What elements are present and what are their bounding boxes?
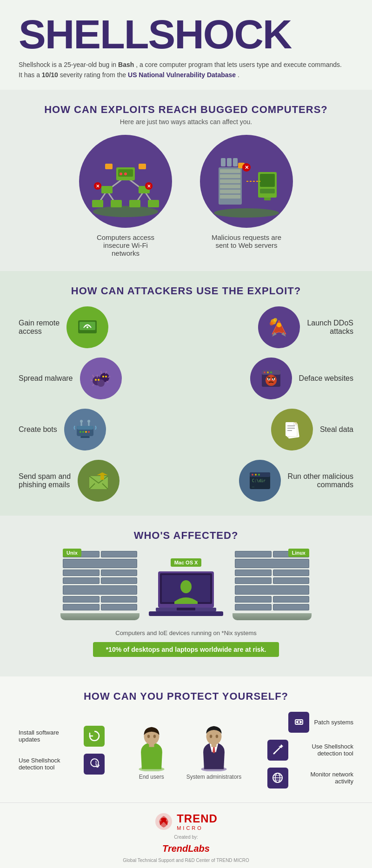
person-sysadmin: System administrators bbox=[186, 720, 242, 780]
exploit-circle-wifi: ✕ ✕ bbox=[79, 135, 172, 228]
attack-item-commands: Run other maliciouscommands C:\dir _ bbox=[193, 460, 353, 502]
protect-label-updates: Install software updates bbox=[19, 729, 79, 743]
svg-point-59 bbox=[105, 376, 107, 378]
exploit-circle-server: ✕ bbox=[200, 135, 293, 228]
svg-point-1 bbox=[93, 206, 158, 217]
svg-point-106 bbox=[153, 735, 156, 738]
spam-icon bbox=[85, 467, 113, 495]
protect-title: HOW CAN YOU PROTECT YOURSELF? bbox=[19, 690, 353, 702]
brand-name: TREND bbox=[177, 812, 218, 825]
attack-label-steal: Steal data bbox=[320, 425, 353, 434]
svg-rect-41 bbox=[260, 189, 275, 193]
end-user-items: Install software updates Use Shellshock … bbox=[19, 726, 105, 775]
svg-point-110 bbox=[210, 735, 213, 738]
svg-point-49 bbox=[277, 323, 281, 327]
sysadmin-figure bbox=[193, 720, 235, 771]
desc-final: . bbox=[238, 71, 239, 79]
svg-point-78 bbox=[85, 431, 87, 433]
svg-rect-22 bbox=[105, 164, 113, 169]
svg-point-93 bbox=[258, 474, 260, 476]
svg-rect-33 bbox=[221, 158, 226, 166]
svg-text:✕: ✕ bbox=[96, 184, 100, 189]
attack-label-remote: Gain remoteaccess bbox=[19, 319, 60, 336]
svg-rect-112 bbox=[211, 743, 216, 747]
attackers-title: HOW CAN ATTACKERS USE THE EXPLOIT? bbox=[19, 285, 353, 297]
created-by-text: Created by: bbox=[174, 835, 198, 840]
svg-rect-40 bbox=[260, 174, 275, 187]
desc-severity: 10/10 bbox=[42, 71, 58, 79]
malware-icon bbox=[87, 364, 115, 392]
ddos-icon bbox=[265, 313, 293, 341]
linux-label: Linux bbox=[288, 549, 309, 557]
attack-item-spam: Send spam andphishing emails bbox=[19, 460, 179, 502]
tool-icon-left bbox=[88, 757, 101, 770]
svg-rect-30 bbox=[220, 185, 240, 188]
svg-rect-28 bbox=[220, 174, 240, 178]
svg-point-57 bbox=[98, 379, 100, 381]
exploits-row: ✕ ✕ Computers access insecure Wi-Fi netw… bbox=[19, 135, 353, 257]
attack-item-malware: Spread malware bbox=[19, 358, 179, 399]
svg-point-68 bbox=[268, 378, 269, 379]
header-description: Shellshock is a 25-year-old bug in Bash … bbox=[19, 60, 344, 80]
exploit-label-wifi: Computers access insecure Wi-Fi networks bbox=[88, 233, 163, 257]
svg-point-58 bbox=[102, 376, 104, 378]
attack-label-spam: Send spam andphishing emails bbox=[19, 472, 71, 489]
attack-icon-deface bbox=[250, 358, 292, 399]
svg-point-92 bbox=[255, 474, 257, 476]
attack-label-malware: Spread malware bbox=[19, 374, 73, 383]
svg-rect-83 bbox=[286, 422, 297, 436]
desc-bash: Bash bbox=[118, 61, 134, 68]
exploits-section: HOW CAN EXPLOITS REACH BUGGED COMPUTERS?… bbox=[0, 90, 372, 271]
server-network-svg: ✕ bbox=[205, 139, 288, 223]
svg-point-25 bbox=[214, 208, 279, 218]
sysadmin-items: Patch systems Use Shellshock detection t… bbox=[267, 712, 353, 788]
update-icon bbox=[88, 729, 101, 742]
protect-icon-detection-right bbox=[267, 740, 288, 761]
svg-point-69 bbox=[272, 378, 274, 379]
exploit-item-server: ✕ Malicious requests are sent to Web ser… bbox=[200, 135, 293, 257]
protect-label-detection-right: Use Shellshock detection tool bbox=[293, 743, 353, 757]
svg-rect-31 bbox=[220, 190, 240, 193]
steal-data-icon bbox=[278, 416, 306, 444]
svg-point-56 bbox=[95, 379, 97, 381]
svg-rect-42 bbox=[264, 198, 271, 200]
unix-label: Unix bbox=[63, 549, 81, 557]
protect-item-patch: Patch systems bbox=[267, 712, 353, 733]
svg-point-10 bbox=[120, 172, 122, 175]
protect-layout: Install software updates Use Shellshock … bbox=[19, 712, 353, 788]
svg-point-65 bbox=[266, 375, 277, 386]
attack-icon-malware bbox=[80, 358, 122, 399]
end-user-label: End users bbox=[139, 774, 164, 780]
svg-rect-45 bbox=[80, 322, 95, 330]
header-section: SHELLSHOCK Shellshock is a 25-year-old b… bbox=[0, 0, 372, 90]
protect-icon-detection-left bbox=[84, 754, 105, 775]
linux-rack bbox=[235, 551, 309, 610]
svg-rect-14 bbox=[92, 200, 103, 207]
attack-icon-commands: C:\dir _ bbox=[239, 460, 281, 502]
svg-rect-34 bbox=[227, 158, 232, 166]
attackers-section: HOW CAN ATTACKERS USE THE EXPLOIT? Gain … bbox=[0, 271, 372, 516]
protect-icon-updates bbox=[84, 726, 105, 747]
protect-item-detection-right: Use Shellshock detection tool bbox=[267, 740, 353, 761]
deface-icon bbox=[257, 364, 285, 392]
unix-rack bbox=[63, 551, 137, 610]
protect-label-detection-left: Use Shellshock detection tool bbox=[19, 757, 79, 771]
svg-point-111 bbox=[216, 735, 219, 738]
attack-label-bots: Create bots bbox=[19, 425, 57, 434]
attack-item-deface: Deface websites bbox=[193, 358, 353, 399]
at-risk-banner: *10% of desktops and laptops worldwide a… bbox=[93, 642, 279, 657]
svg-rect-46 bbox=[84, 330, 91, 332]
svg-point-77 bbox=[82, 431, 84, 433]
people-row: End users bbox=[131, 720, 242, 780]
svg-rect-27 bbox=[220, 169, 240, 173]
laptop-svg bbox=[149, 569, 223, 620]
trend-logo: TREND MICRO bbox=[154, 812, 218, 831]
svg-rect-107 bbox=[149, 743, 154, 747]
svg-rect-16 bbox=[129, 200, 140, 207]
footer-section: TREND MICRO Created by: TrendLabs Global… bbox=[0, 802, 372, 868]
svg-rect-35 bbox=[233, 158, 238, 166]
macos-label: Mac OS X bbox=[171, 558, 202, 567]
protect-icon-monitor bbox=[267, 768, 288, 788]
attack-icon-spam bbox=[78, 460, 120, 502]
network-icon bbox=[271, 771, 284, 784]
